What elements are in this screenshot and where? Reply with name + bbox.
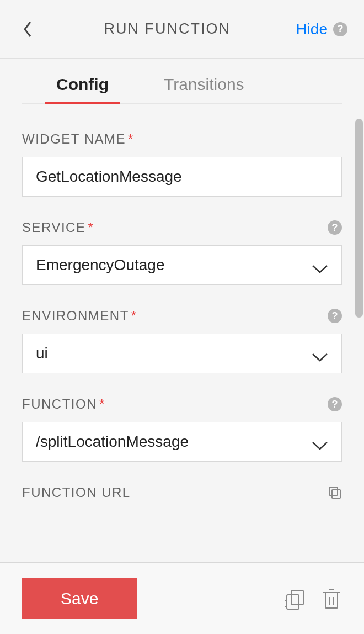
chevron-down-icon [312, 437, 328, 447]
copy-icon[interactable] [328, 485, 342, 500]
svg-rect-0 [332, 490, 340, 498]
delete-icon[interactable] [321, 587, 342, 610]
service-label: SERVICE* [22, 220, 94, 235]
environment-value: ui [36, 345, 48, 362]
tabs: Config Transitions [22, 59, 342, 104]
required-asterisk: * [131, 308, 137, 323]
widget-name-input-wrap[interactable] [22, 157, 342, 197]
environment-label: ENVIRONMENT* [22, 308, 137, 324]
function-label-text: FUNCTION [22, 397, 97, 411]
environment-label-text: ENVIRONMENT [22, 308, 129, 323]
widget-name-input[interactable] [36, 168, 328, 186]
tab-config[interactable]: Config [45, 75, 120, 104]
function-url-label-row: FUNCTION URL [22, 485, 342, 500]
help-icon[interactable]: ? [328, 397, 342, 411]
hide-group: Hide ? [296, 20, 347, 38]
function-url-label: FUNCTION URL [22, 485, 131, 500]
service-value: EmergencyOutage [36, 256, 164, 274]
required-asterisk: * [128, 131, 134, 146]
required-asterisk: * [88, 220, 94, 235]
back-chevron-icon [23, 21, 33, 38]
svg-rect-3 [287, 595, 299, 609]
environment-select[interactable]: ui [22, 334, 342, 373]
tab-transitions[interactable]: Transitions [153, 75, 255, 103]
widget-name-label-text: WIDGET NAME [22, 131, 126, 146]
service-select[interactable]: EmergencyOutage [22, 245, 342, 285]
service-label-text: SERVICE [22, 220, 85, 235]
panel-title: RUN FUNCTION [104, 20, 230, 38]
chevron-down-icon [312, 260, 328, 270]
function-label-row: FUNCTION* ? [22, 397, 342, 412]
widget-name-label: WIDGET NAME* [22, 131, 134, 147]
chevron-down-icon [312, 348, 328, 358]
hide-link[interactable]: Hide [296, 20, 328, 38]
function-select[interactable]: /splitLocationMessage [22, 422, 342, 462]
help-icon[interactable]: ? [328, 309, 342, 323]
svg-rect-4 [325, 593, 338, 608]
required-asterisk: * [99, 397, 105, 411]
function-value: /splitLocationMessage [36, 433, 189, 451]
svg-rect-2 [291, 590, 303, 605]
function-label: FUNCTION* [22, 397, 105, 412]
svg-rect-1 [329, 487, 338, 495]
scrollbar-thumb[interactable] [355, 119, 363, 318]
save-button[interactable]: Save [22, 578, 137, 619]
duplicate-icon[interactable] [285, 587, 306, 610]
form-area: WIDGET NAME* SERVICE* ? EmergencyOutage … [0, 104, 364, 500]
back-button[interactable] [17, 18, 39, 40]
environment-label-row: ENVIRONMENT* ? [22, 308, 342, 324]
help-icon[interactable]: ? [333, 22, 347, 36]
footer-icons [285, 587, 342, 610]
panel-header: RUN FUNCTION Hide ? [0, 0, 364, 59]
service-label-row: SERVICE* ? [22, 220, 342, 235]
widget-name-label-row: WIDGET NAME* [22, 131, 342, 147]
footer: Save [0, 562, 364, 634]
help-icon[interactable]: ? [328, 220, 342, 235]
